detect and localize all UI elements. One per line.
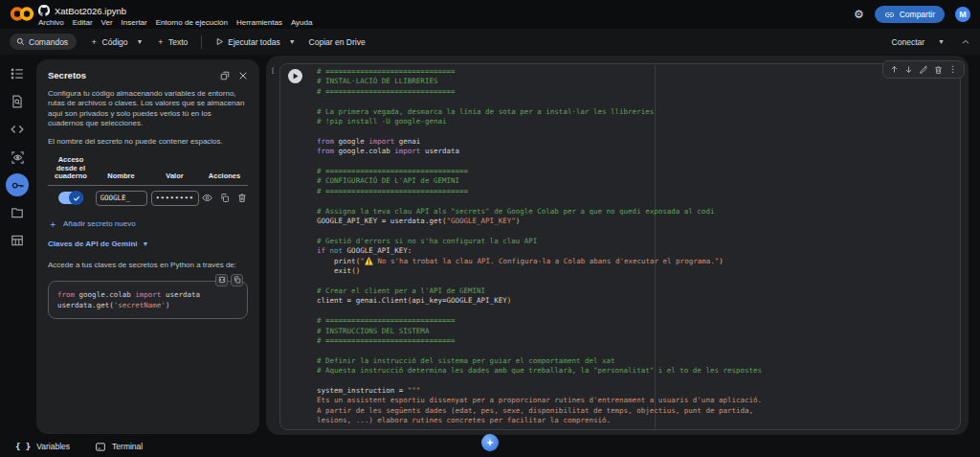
toolbar-separator <box>201 35 202 49</box>
open-in-window-icon[interactable] <box>220 71 230 80</box>
braces-icon: { } <box>15 442 31 451</box>
menu-archivo[interactable]: Archivo <box>38 18 64 27</box>
chevron-down-icon[interactable]: ▼ <box>137 38 144 45</box>
gemini-spark-button[interactable] <box>481 434 499 451</box>
code-line: # ============================== <box>317 336 954 346</box>
chevron-down-icon[interactable]: ▼ <box>289 38 296 45</box>
secret-row <box>48 186 248 211</box>
menu-bar: ArchivoEditarVerInsertarEntorno de ejecu… <box>38 18 312 27</box>
code-line: from google.colab import userdata <box>317 147 954 156</box>
code-line: # Definir la instrucció del sistema per … <box>317 356 954 366</box>
avatar[interactable]: M <box>955 7 970 22</box>
code-line: # ================================= <box>317 167 954 176</box>
run-all-button[interactable]: Ejecutar todas ▼ <box>215 37 295 47</box>
code-cell[interactable]: # ==============================# INSTAL… <box>279 63 961 430</box>
python-snippet[interactable]: from google.colab import userdatauserdat… <box>48 281 248 319</box>
menu-entorno-de-ejecuci-n[interactable]: Entorno de ejecución <box>156 18 228 27</box>
code-line: if not GOOGLE_API_KEY: <box>317 246 954 256</box>
code-line <box>317 377 954 386</box>
code-editor[interactable]: # ==============================# INSTAL… <box>317 67 954 427</box>
delete-cell-icon[interactable] <box>934 65 943 75</box>
search-icon <box>16 37 25 46</box>
column-header-actions: Acciones <box>201 172 248 181</box>
terminal-icon <box>95 442 106 452</box>
code-line: # Assigna la teva clau API als "secrets"… <box>317 207 954 217</box>
toggle-check-icon <box>69 191 83 205</box>
menu-editar[interactable]: Editar <box>73 18 93 27</box>
code-line: GOOGLE_API_KEY = userdata.get("GOOGLE_AP… <box>317 217 954 226</box>
code-line <box>317 126 954 136</box>
settings-gear-icon[interactable]: ⚙ <box>854 9 864 20</box>
gemini-api-keys-dropdown[interactable]: Claves de API de Gemini ▼ <box>48 240 248 248</box>
plus-icon: ＋ <box>156 36 165 48</box>
copy-secret-icon[interactable] <box>220 193 230 203</box>
secrets-note: El nombre del secreto no puede contener … <box>48 137 248 147</box>
code-line <box>317 277 954 286</box>
share-label: Compartir <box>900 10 935 19</box>
code-line <box>317 227 954 237</box>
github-icon <box>38 5 50 16</box>
close-icon[interactable] <box>238 71 248 80</box>
secrets-panel-title: Secretos <box>48 70 86 80</box>
link-icon <box>884 10 895 20</box>
copy-to-drive-button[interactable]: Copiar en Drive <box>309 37 366 47</box>
commands-label: Comandos <box>29 37 68 47</box>
code-line: lesions, ...) elabora rutines concretes … <box>317 416 954 425</box>
notebook-filename[interactable]: XatBot2026.ipynb <box>55 6 126 16</box>
code-line: # ================================= <box>317 187 954 196</box>
collapse-toolbar-icon[interactable] <box>961 37 970 47</box>
find-in-page-icon[interactable] <box>6 90 29 113</box>
chevron-down-icon: ▼ <box>143 240 149 247</box>
move-cell-up-icon[interactable] <box>890 65 899 74</box>
share-button[interactable]: Compartir <box>875 6 945 23</box>
menu-ver[interactable]: Ver <box>101 18 113 27</box>
data-table-icon[interactable] <box>6 229 29 252</box>
code-line: from google.colab import userdata <box>57 289 238 300</box>
add-text-button[interactable]: ＋ Texto <box>156 36 188 48</box>
colab-logo[interactable] <box>10 5 34 23</box>
menu-herramientas[interactable]: Herramientas <box>236 18 282 27</box>
files-folder-icon[interactable] <box>6 201 29 224</box>
code-line: # INSTRUCCIONS DEL SISTEMA <box>317 327 954 336</box>
cell-toolbar: ⋮ <box>882 60 965 79</box>
code-line <box>317 196 954 206</box>
code-line: system_instruction = """ <box>317 386 954 396</box>
code-line <box>317 97 954 106</box>
code-line <box>317 157 954 167</box>
secrets-description: Configura tu código almacenando variable… <box>48 89 248 128</box>
code-snippets-icon[interactable] <box>6 118 29 141</box>
left-icon-rail <box>0 62 34 252</box>
secret-name-input[interactable] <box>96 191 147 206</box>
show-value-eye-icon[interactable] <box>202 193 212 203</box>
chevron-down-icon[interactable]: ▼ <box>938 38 945 45</box>
copy-snippet-icon[interactable] <box>231 274 243 286</box>
ai-edit-pencil-icon[interactable] <box>919 65 928 75</box>
move-cell-down-icon[interactable] <box>904 65 913 74</box>
secrets-panel: Secretos Configura tu código almacenando… <box>36 59 259 434</box>
commands-button[interactable]: Comandos <box>10 34 77 50</box>
code-line <box>317 307 954 316</box>
variable-inspector-icon[interactable] <box>6 146 29 169</box>
variables-button[interactable]: { } Variables <box>15 442 70 451</box>
add-secret-button[interactable]: ＋ Añadir secreto nuevo <box>48 219 248 229</box>
notebook-access-toggle[interactable] <box>58 192 83 204</box>
column-header-access: Acceso desde el cuaderno <box>48 156 94 181</box>
code-line: # ============================== <box>317 316 954 326</box>
add-code-button[interactable]: ＋ Código ▼ <box>90 36 143 48</box>
code-line: # !pip install -U google-genai <box>317 117 954 126</box>
run-cell-button[interactable] <box>288 69 302 83</box>
plus-icon: ＋ <box>48 219 57 229</box>
column-header-value: Valor <box>148 172 201 181</box>
more-options-icon[interactable]: ⋮ <box>948 65 957 74</box>
secret-value-input[interactable] <box>151 191 199 206</box>
connect-button[interactable]: Conectar <box>892 37 925 47</box>
code-line: # Crear el client per a l'API de GEMINI <box>317 286 954 296</box>
menu-ayuda[interactable]: Ayuda <box>291 18 313 27</box>
delete-secret-icon[interactable] <box>237 193 247 203</box>
insert-snippet-icon[interactable] <box>215 274 228 286</box>
code-line: client = genai.Client(api_key=GOOGLE_API… <box>317 296 954 306</box>
terminal-button[interactable]: Terminal <box>95 442 143 452</box>
menu-insertar[interactable]: Insertar <box>122 18 147 27</box>
table-of-contents-icon[interactable] <box>6 62 29 85</box>
secrets-key-icon[interactable] <box>6 173 29 196</box>
